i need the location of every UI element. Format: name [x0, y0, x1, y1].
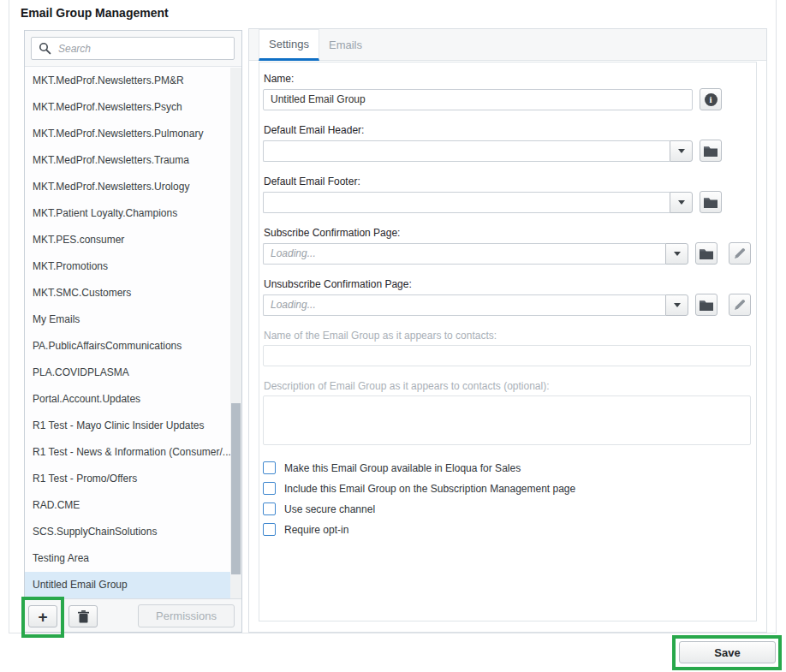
- subscribe-page-folder-button[interactable]: [695, 242, 718, 265]
- list-scrollbar-thumb[interactable]: [231, 403, 241, 574]
- list-item[interactable]: MKT.MedProf.Newsletters.Pulmonary: [25, 121, 230, 147]
- checkbox-label: Include this Email Group on the Subscrip…: [284, 483, 575, 495]
- default-footer-combo: [263, 192, 693, 213]
- pencil-icon: [734, 299, 746, 311]
- page-title: Email Group Management: [21, 6, 169, 20]
- main-container: Email Group Management MKT.MedProf.Newsl…: [9, 0, 777, 633]
- list-item[interactable]: MKT.MedProf.Newsletters.Psych: [25, 94, 230, 121]
- description-label: Description of Email Group as it appears…: [264, 380, 751, 392]
- email-group-management-screen: Email Group Management MKT.MedProf.Newsl…: [0, 0, 786, 672]
- default-header-dropdown-button[interactable]: [670, 140, 693, 162]
- default-header-label: Default Email Header:: [264, 124, 751, 136]
- default-header-group: Default Email Header:: [263, 124, 751, 162]
- search-bar: [25, 31, 241, 67]
- info-button[interactable]: i: [700, 88, 722, 110]
- list-item[interactable]: Testing Area: [25, 545, 230, 572]
- unsubscribe-page-folder-button[interactable]: [695, 294, 718, 316]
- list-item[interactable]: SCS.SupplyChainSolutions: [25, 519, 230, 545]
- tab-emails[interactable]: Emails: [319, 29, 372, 61]
- contact-name-group: Name of the Email Group as it appears to…: [263, 330, 751, 366]
- default-footer-folder-button[interactable]: [700, 191, 722, 213]
- pencil-icon: [734, 247, 746, 259]
- default-footer-group: Default Email Footer:: [263, 175, 751, 213]
- checkbox-require-opt-in[interactable]: [263, 523, 276, 536]
- search-icon: [39, 42, 51, 55]
- checkbox-label: Require opt-in: [284, 524, 348, 536]
- list-item[interactable]: MKT.SMC.Customers: [25, 280, 230, 306]
- tab-settings[interactable]: Settings: [259, 29, 319, 61]
- unsubscribe-page-edit-button[interactable]: [729, 294, 751, 316]
- detail-panel: Settings Emails Name: i Default Email He…: [248, 28, 767, 633]
- subscribe-page-label: Subscribe Confirmation Page:: [264, 227, 751, 239]
- unsubscribe-page-label: Unsubscribe Confirmation Page:: [264, 278, 751, 290]
- email-group-list: MKT.MedProf.Newsletters.PM&R MKT.MedProf…: [25, 68, 241, 598]
- list-item[interactable]: MKT.Patient Loyalty.Champions: [25, 200, 230, 227]
- info-icon: i: [705, 93, 718, 106]
- list-item-selected[interactable]: Untitled Email Group: [25, 572, 230, 598]
- list-scrollbar[interactable]: [230, 68, 241, 598]
- checkbox-label: Make this Email Group available in Eloqu…: [284, 462, 521, 474]
- default-header-folder-button[interactable]: [700, 140, 722, 162]
- checkbox-subscription-management[interactable]: [263, 482, 276, 495]
- subscribe-page-edit-button[interactable]: [729, 242, 751, 265]
- checkbox-label: Use secure channel: [284, 503, 375, 515]
- list-item[interactable]: R1 Test - Promo/Offers: [25, 466, 230, 492]
- save-button[interactable]: Save: [679, 641, 776, 663]
- list-item[interactable]: My Emails: [25, 306, 230, 333]
- checkbox-row-sales: Make this Email Group available in Eloqu…: [263, 461, 751, 474]
- unsubscribe-page-input[interactable]: [263, 294, 665, 316]
- add-group-button[interactable]: +: [28, 605, 57, 627]
- permissions-button: Permissions: [138, 604, 235, 627]
- folder-icon: [704, 146, 718, 157]
- checkbox-eloqua-for-sales[interactable]: [263, 461, 276, 474]
- delete-group-button[interactable]: [68, 605, 98, 627]
- chevron-down-icon: [674, 252, 681, 256]
- chevron-down-icon: [674, 303, 681, 307]
- list-item[interactable]: MKT.MedProf.Newsletters.Urology: [25, 174, 230, 200]
- list-item[interactable]: Portal.Account.Updates: [25, 386, 230, 413]
- contact-name-input: [263, 345, 751, 366]
- checkbox-row-opt-in: Require opt-in: [263, 523, 751, 536]
- list-item[interactable]: R1 Test - Mayo Clinic Insider Updates: [25, 413, 230, 439]
- list-item[interactable]: PLA.COVIDPLASMA: [25, 360, 230, 386]
- subscribe-page-dropdown-button[interactable]: [665, 243, 688, 265]
- subscribe-page-input[interactable]: [263, 243, 665, 265]
- subscribe-page-combo: [263, 243, 688, 265]
- contact-name-label: Name of the Email Group as it appears to…: [264, 330, 751, 342]
- folder-icon: [704, 197, 718, 208]
- search-box[interactable]: [31, 37, 235, 60]
- unsubscribe-page-dropdown-button[interactable]: [665, 294, 688, 316]
- default-footer-input[interactable]: [263, 192, 670, 213]
- default-footer-label: Default Email Footer:: [264, 175, 751, 187]
- list-action-bar: + Permissions: [25, 598, 241, 632]
- list-item[interactable]: MKT.Promotions: [25, 253, 230, 280]
- list-item[interactable]: RAD.CME: [25, 492, 230, 519]
- settings-form: Name: i Default Email Header:: [259, 62, 757, 621]
- chevron-down-icon: [678, 149, 685, 153]
- list-item[interactable]: MKT.MedProf.Newsletters.Trauma: [25, 147, 230, 174]
- list-item[interactable]: PA.PublicAffairsCommunications: [25, 333, 230, 360]
- plus-icon: +: [38, 609, 47, 625]
- checkbox-secure-channel[interactable]: [263, 503, 276, 515]
- unsubscribe-page-group: Unsubscribe Confirmation Page:: [263, 278, 751, 316]
- checkbox-row-secure-channel: Use secure channel: [263, 503, 751, 515]
- unsubscribe-page-combo: [263, 294, 688, 316]
- name-input[interactable]: [263, 89, 693, 110]
- description-textarea: [263, 395, 751, 445]
- description-group: Description of Email Group as it appears…: [263, 380, 751, 448]
- list-item[interactable]: MKT.MedProf.Newsletters.PM&R: [25, 68, 230, 94]
- list-item[interactable]: MKT.PES.consumer: [25, 227, 230, 253]
- checkbox-row-subscription-page: Include this Email Group on the Subscrip…: [263, 482, 751, 495]
- tab-bar: Settings Emails: [249, 29, 766, 61]
- folder-icon: [700, 248, 713, 259]
- default-header-combo: [263, 140, 693, 162]
- list-item[interactable]: R1 Test - News & Information (Consumer/.…: [25, 439, 230, 466]
- default-footer-dropdown-button[interactable]: [670, 192, 693, 213]
- search-input[interactable]: [58, 43, 234, 55]
- name-group: Name: i: [263, 73, 751, 110]
- email-group-list-panel: MKT.MedProf.Newsletters.PM&R MKT.MedProf…: [24, 30, 242, 633]
- chevron-down-icon: [678, 200, 685, 205]
- default-header-input[interactable]: [263, 140, 670, 162]
- trash-icon: [78, 610, 89, 623]
- folder-icon: [700, 300, 713, 311]
